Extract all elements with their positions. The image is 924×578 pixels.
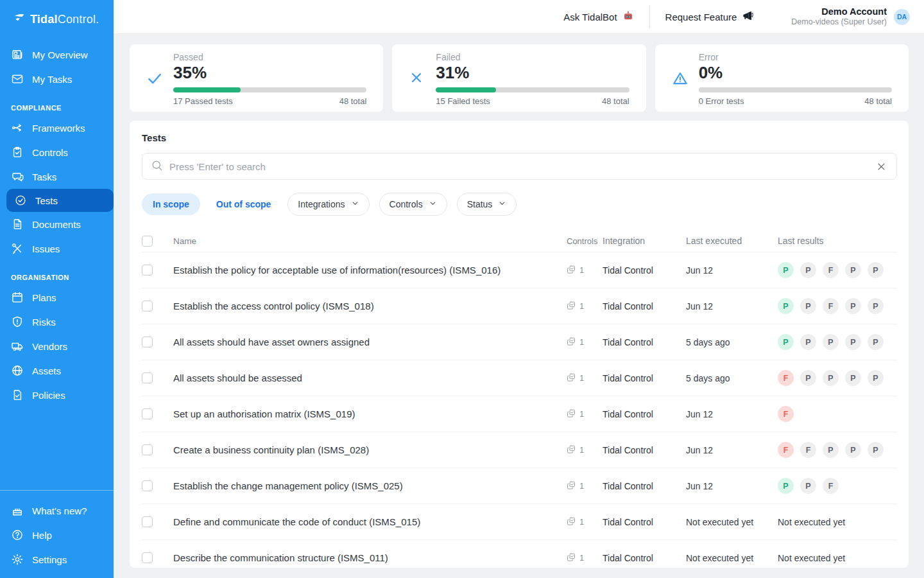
progress-bar — [173, 87, 366, 92]
result-badge-fail: F — [823, 478, 839, 494]
controls-count-icon — [567, 444, 576, 456]
last-executed-cell: Jun 12 — [686, 409, 778, 419]
sidebar-item-controls[interactable]: Controls — [0, 140, 114, 164]
x-icon — [409, 70, 425, 87]
controls-count: 1 — [579, 373, 584, 383]
request-feature-button[interactable]: Request Feature — [665, 10, 755, 24]
progress-bar — [699, 87, 892, 92]
sidebar-item-my-overview[interactable]: My Overview — [0, 42, 114, 67]
stat-label: Failed — [436, 52, 629, 62]
row-checkbox[interactable] — [142, 516, 153, 527]
row-checkbox-cell — [142, 444, 173, 455]
integration-cell: Tidal Control — [603, 517, 686, 527]
sidebar-item-my-tasks[interactable]: My Tasks — [0, 67, 114, 91]
clipboard-check-icon — [11, 146, 24, 159]
result-badge-fail: F — [823, 262, 839, 278]
gear-icon — [11, 553, 24, 566]
row-checkbox[interactable] — [142, 408, 153, 419]
table-row[interactable]: All assets should be assessed1Tidal Cont… — [142, 360, 897, 396]
sidebar-item-issues[interactable]: Issues — [0, 236, 114, 261]
row-checkbox[interactable] — [142, 552, 153, 563]
sidebar-item-plans[interactable]: Plans — [0, 285, 114, 310]
last-executed-cell: Not executed yet — [686, 517, 778, 527]
controls-count: 1 — [579, 265, 584, 275]
sidebar-item-help[interactable]: Help — [0, 523, 114, 547]
controls-cell: 1 — [567, 301, 603, 312]
integration-cell: Tidal Control — [603, 337, 686, 347]
test-name: Create a business continuity plan (ISMS_… — [173, 444, 567, 455]
table-row[interactable]: Define and communicate the code of condu… — [142, 504, 897, 539]
table-row[interactable]: Establish the policy for acceptable use … — [142, 252, 897, 288]
table-row[interactable]: Describe the communication structure (IS… — [142, 539, 897, 568]
brand-logo[interactable]: TidalControl. — [0, 9, 114, 30]
stat-card-failed: Failed31%15 Failed tests48 total — [392, 44, 646, 112]
sidebar-item-label: Tests — [35, 195, 58, 206]
sidebar-item-tasks[interactable]: Tasks — [0, 164, 114, 189]
result-badge-fail: F — [823, 298, 839, 314]
row-checkbox[interactable] — [142, 337, 153, 347]
sidebar-item-label: My Overview — [32, 49, 88, 60]
account-menu[interactable]: Demo Account Demo-videos (Super User) — [791, 6, 887, 28]
stat-count: 15 Failed tests — [436, 96, 490, 106]
integration-cell: Tidal Control — [603, 445, 686, 455]
last-executed-cell: 5 days ago — [686, 337, 778, 347]
integration-cell: Tidal Control — [603, 481, 686, 491]
clear-search-icon[interactable] — [877, 162, 886, 171]
filter-dropdown-status[interactable]: Status — [457, 193, 517, 216]
select-all-checkbox[interactable] — [142, 236, 153, 247]
filter-dropdown-controls[interactable]: Controls — [379, 193, 447, 216]
table-row[interactable]: Establish the access control policy (ISM… — [142, 288, 897, 324]
integration-cell: Tidal Control — [603, 265, 686, 276]
controls-cell: 1 — [567, 444, 603, 456]
sidebar-item-documents[interactable]: Documents — [0, 212, 114, 236]
table-row[interactable]: Create a business continuity plan (ISMS_… — [142, 432, 897, 468]
row-checkbox[interactable] — [142, 265, 153, 276]
row-checkbox-cell — [142, 372, 173, 383]
search-input[interactable] — [169, 161, 877, 172]
result-badge-pass: P — [868, 442, 884, 458]
result-badge-fail: F — [800, 442, 816, 458]
controls-count: 1 — [579, 409, 584, 419]
result-badge-pass: P — [868, 298, 884, 314]
controls-count-icon — [567, 516, 576, 528]
controls-cell: 1 — [567, 265, 603, 276]
sidebar-item-assets[interactable]: Assets — [0, 358, 114, 383]
row-checkbox[interactable] — [142, 372, 153, 383]
filter-in-scope[interactable]: In scope — [142, 193, 200, 215]
row-checkbox[interactable] — [142, 480, 153, 491]
row-checkbox[interactable] — [142, 301, 153, 311]
tests-table: NameControlsIntegrationLast executedLast… — [142, 230, 897, 568]
filter-out-of-scope[interactable]: Out of scope — [216, 199, 271, 209]
result-badge-pass: P — [845, 442, 861, 458]
avatar[interactable]: DA — [894, 9, 910, 25]
filter-dropdown-integrations[interactable]: Integrations — [287, 193, 369, 216]
sidebar-item-tests[interactable]: Tests — [6, 189, 114, 212]
integration-cell: Tidal Control — [603, 553, 686, 563]
row-checkbox-cell — [142, 552, 173, 563]
document-icon — [11, 218, 24, 231]
test-name: Establish the policy for acceptable use … — [173, 265, 567, 276]
integration-cell: Tidal Control — [603, 409, 686, 419]
table-row[interactable]: Establish the change management policy (… — [142, 468, 897, 504]
ask-tidalbot-button[interactable]: Ask TidalBot — [563, 10, 633, 24]
sidebar-item-label: Policies — [32, 390, 65, 401]
last-results-cell: Not executed yet — [778, 517, 897, 527]
sidebar-item-risks[interactable]: Risks — [0, 310, 114, 334]
table-row[interactable]: All assets should have asset owners assi… — [142, 324, 897, 360]
sidebar-nav: My OverviewMy TasksCOMPLIANCEFrameworksC… — [0, 42, 114, 485]
sidebar-item-vendors[interactable]: Vendors — [0, 334, 114, 358]
test-name: Set up an authorisation matrix (ISMS_019… — [173, 408, 567, 419]
result-badge-pass: P — [823, 334, 839, 350]
table-row[interactable]: Set up an authorisation matrix (ISMS_019… — [142, 396, 897, 432]
stat-card-error: Error0%0 Error tests48 total — [655, 44, 909, 112]
account-subtitle: Demo-videos (Super User) — [791, 17, 887, 28]
sidebar-item-what-s-new[interactable]: What's new? — [0, 498, 114, 523]
page-content: Passed35%17 Passed tests48 totalFailed31… — [114, 34, 924, 578]
controls-count: 1 — [579, 445, 584, 455]
sidebar-item-frameworks[interactable]: Frameworks — [0, 116, 114, 140]
tests-panel: Tests In scope Out of scope Integrations… — [130, 121, 909, 568]
sidebar-item-settings[interactable]: Settings — [0, 547, 114, 572]
row-checkbox[interactable] — [142, 444, 153, 455]
stat-footer: 15 Failed tests48 total — [436, 96, 629, 106]
sidebar-item-policies[interactable]: Policies — [0, 383, 114, 407]
